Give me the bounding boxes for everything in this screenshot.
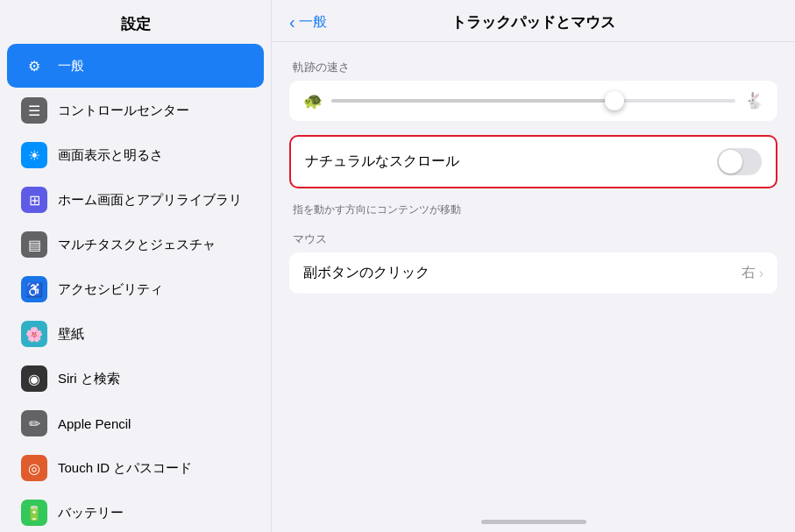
sidebar-item-accessibility[interactable]: ♿アクセシビリティ	[7, 267, 264, 311]
sidebar-item-general[interactable]: ⚙一般	[7, 44, 264, 88]
sidebar-item-display[interactable]: ☀画面表示と明るさ	[7, 133, 264, 177]
natural-scroll-toggle[interactable]	[717, 148, 762, 175]
homescreen-label: ホーム画面とアプリライブラリ	[58, 192, 242, 209]
sidebar-item-control-center[interactable]: ☰コントロールセンター	[7, 89, 264, 132]
accessibility-label: アクセシビリティ	[58, 281, 163, 298]
sidebar: 設定 ⚙一般☰コントロールセンター☀画面表示と明るさ⊞ホーム画面とアプリライブラ…	[0, 0, 272, 532]
accessibility-icon: ♿	[21, 276, 47, 302]
battery-label: バッテリー	[58, 505, 124, 521]
control-center-icon: ☰	[21, 97, 47, 124]
general-label: 一般	[58, 58, 84, 74]
home-indicator	[481, 520, 586, 524]
general-icon: ⚙	[21, 53, 47, 79]
natural-scroll-card: ナチュラルなスクロール	[289, 135, 777, 188]
secondary-button-label: 副ボタンのクリック	[303, 264, 429, 282]
slider-thumb	[605, 91, 624, 110]
slider-track[interactable]	[331, 99, 735, 103]
sidebar-items: ⚙一般☰コントロールセンター☀画面表示と明るさ⊞ホーム画面とアプリライブラリ▤マ…	[0, 43, 271, 532]
tracking-speed-card: 🐢 🐇	[289, 81, 777, 121]
display-icon: ☀	[21, 142, 47, 168]
header-wrapper: ‹ 一般 トラックパッドとマウス	[289, 12, 777, 32]
natural-scroll-description: 指を動かす方向にコンテンツが移動	[293, 202, 777, 217]
control-center-label: コントロールセンター	[58, 103, 189, 119]
touchid-label: Touch ID とパスコード	[58, 460, 192, 477]
toggle-knob	[719, 150, 742, 174]
slider-row: 🐢 🐇	[289, 81, 777, 121]
back-chevron-icon: ‹	[289, 12, 295, 32]
sidebar-item-homescreen[interactable]: ⊞ホーム画面とアプリライブラリ	[7, 178, 264, 222]
multitask-label: マルチタスクとジェスチャ	[58, 237, 216, 253]
secondary-button-value-text: 右	[742, 264, 756, 282]
pencil-label: Apple Pencil	[58, 416, 131, 431]
wallpaper-label: 壁紙	[58, 326, 84, 343]
page-title: トラックパッドとマウス	[451, 12, 615, 32]
natural-scroll-label: ナチュラルなスクロール	[305, 153, 459, 171]
sidebar-item-battery[interactable]: 🔋バッテリー	[7, 491, 264, 532]
sidebar-item-pencil[interactable]: ✏Apple Pencil	[7, 401, 264, 445]
homescreen-icon: ⊞	[21, 187, 47, 213]
fast-icon: 🐇	[744, 91, 763, 110]
sidebar-item-multitask[interactable]: ▤マルチタスクとジェスチャ	[7, 223, 264, 266]
slider-fill	[331, 99, 614, 103]
siri-label: Siri と検索	[58, 371, 120, 387]
battery-icon: 🔋	[21, 500, 47, 526]
secondary-button-row[interactable]: 副ボタンのクリック 右 ›	[289, 252, 777, 294]
secondary-button-value: 右 ›	[742, 264, 763, 282]
sidebar-item-siri[interactable]: ◉Siri と検索	[7, 357, 264, 401]
mouse-section-label: マウス	[293, 231, 777, 247]
pencil-icon: ✏	[21, 410, 47, 436]
sidebar-item-touchid[interactable]: ◎Touch ID とパスコード	[7, 446, 264, 490]
tracking-speed-label: 軌跡の速さ	[293, 60, 777, 75]
mouse-card: 副ボタンのクリック 右 ›	[289, 252, 777, 294]
sidebar-title: 設定	[0, 0, 271, 43]
main-content: 軌跡の速さ 🐢 🐇 ナチュラルなスクロール 指を動かす方向にコンテンツが移動	[272, 42, 795, 514]
toggle-row: ナチュラルなスクロール	[291, 137, 776, 187]
wallpaper-icon: 🌸	[21, 321, 47, 347]
slow-icon: 🐢	[303, 91, 323, 110]
chevron-right-icon: ›	[759, 266, 763, 281]
bottom-bar	[272, 514, 795, 532]
back-button[interactable]: ‹ 一般	[289, 12, 327, 32]
main-header: ‹ 一般 トラックパッドとマウス	[272, 0, 795, 42]
siri-icon: ◉	[21, 365, 47, 392]
back-label: 一般	[299, 13, 327, 32]
multitask-icon: ▤	[21, 231, 47, 258]
main-panel: ‹ 一般 トラックパッドとマウス 軌跡の速さ 🐢 🐇 ナチュラルなスクロール	[272, 0, 795, 532]
sidebar-item-wallpaper[interactable]: 🌸壁紙	[7, 312, 264, 356]
touchid-icon: ◎	[21, 455, 47, 481]
display-label: 画面表示と明るさ	[58, 147, 163, 164]
